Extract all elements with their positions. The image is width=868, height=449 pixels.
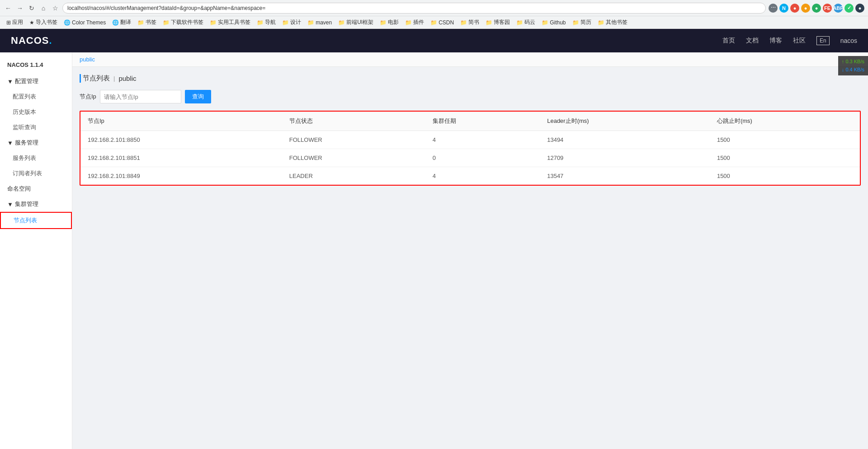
nav-home[interactable]: 首页 [722, 37, 735, 45]
sidebar-item-config-list[interactable]: 配置列表 [0, 89, 72, 104]
bookmark-movies[interactable]: 📁 电影 [377, 18, 401, 27]
sidebar-item-history[interactable]: 历史版本 [0, 104, 72, 120]
chevron-down-icon: ▼ [7, 78, 13, 85]
bookmark-bookmarks[interactable]: 📁 书签 [135, 18, 159, 27]
ext-icon-1[interactable]: ⋯ [769, 4, 778, 13]
search-input[interactable] [100, 90, 181, 103]
namespace-tag-public[interactable]: public [80, 56, 95, 63]
back-button[interactable]: ← [4, 4, 13, 13]
ext-icon-abp[interactable]: ABP [834, 4, 843, 13]
page-title-divider: | [113, 75, 115, 82]
sidebar-section-config[interactable]: ▼ 配置管理 [0, 74, 72, 89]
cell-term: 4 [425, 131, 540, 149]
table-wrapper: 节点Ip 节点状态 集群任期 Leader止时(ms) 心跳止时(ms) 192… [80, 111, 861, 186]
page-title-bar: 节点列表 | public [80, 74, 861, 83]
star-icon: ★ [29, 19, 34, 26]
url-bar[interactable] [62, 3, 766, 14]
reload-button[interactable]: ↻ [27, 4, 36, 13]
bookmark-button[interactable]: ☆ [51, 4, 60, 13]
bookmark-frontend[interactable]: 📁 前端UI框架 [335, 18, 376, 27]
nav-user[interactable]: nacos [840, 37, 857, 44]
main-area: NACOS 1.1.4 ▼ 配置管理 配置列表 历史版本 监听查询 ▼ 服务管理… [0, 52, 868, 449]
col-header-status: 节点状态 [282, 112, 425, 131]
table-row: 192.168.2.101:8850 FOLLOWER 4 13494 1500 [80, 131, 860, 149]
bookmark-apps[interactable]: ⊞ 应用 [4, 18, 26, 27]
forward-button[interactable]: → [15, 4, 24, 13]
cell-term: 0 [425, 149, 540, 167]
page-subtitle: public [118, 75, 136, 82]
cell-leader-timeout: 13494 [540, 131, 710, 149]
bookmark-download[interactable]: 📁 下载软件书签 [160, 18, 206, 27]
folder-icon-8: 📁 [380, 19, 387, 26]
home-button[interactable]: ⌂ [39, 4, 48, 13]
cell-status: LEADER [282, 167, 425, 185]
bookmark-resume[interactable]: 📁 简历 [570, 18, 594, 27]
ext-icon-orange[interactable]: ● [801, 4, 810, 13]
cell-heartbeat-timeout: 1500 [710, 149, 860, 167]
bookmark-design[interactable]: 📁 设计 [279, 18, 304, 27]
table-row: 192.168.2.101:8849 LEADER 4 13547 1500 [80, 167, 860, 185]
chevron-down-icon-2: ▼ [7, 140, 13, 146]
bookmark-maven[interactable]: 📁 maven [305, 19, 335, 27]
bookmark-import[interactable]: ★ 导入书签 [27, 18, 60, 27]
table-header-row: 节点Ip 节点状态 集群任期 Leader止时(ms) 心跳止时(ms) [80, 112, 860, 131]
sidebar-item-subscriber-list[interactable]: 订阅者列表 [0, 166, 72, 181]
ext-icon-red[interactable]: ● [790, 4, 799, 13]
nav-docs[interactable]: 文档 [746, 37, 759, 45]
ext-icon-shield[interactable]: ✓ [844, 4, 854, 13]
cell-ip: 192.168.2.101:8851 [80, 149, 282, 167]
sidebar-section-cluster[interactable]: ▼ 集群管理 [0, 196, 72, 212]
browser-extension-icons: ⋯ N ● ● ● FE ABP ✓ ● [769, 4, 864, 13]
cell-leader-timeout: 12709 [540, 149, 710, 167]
app-container: NACOS. 首页 文档 博客 社区 En nacos NACOS 1.1.4 … [0, 29, 868, 449]
bookmark-jianshu[interactable]: 📁 简书 [458, 18, 482, 27]
bookmark-github[interactable]: 📁 Github [539, 19, 568, 27]
nav-en[interactable]: En [816, 36, 830, 45]
nav-community[interactable]: 社区 [793, 37, 806, 45]
apps-icon: ⊞ [6, 19, 11, 26]
page-content: 节点列表 | public 节点Ip 查询 节点Ip [72, 67, 868, 193]
browser-bar: ← → ↻ ⌂ ☆ ⋯ N ● ● ● FE ABP ✓ ● [0, 0, 868, 16]
nav-blog[interactable]: 博客 [769, 37, 782, 45]
bookmark-tools[interactable]: 📁 实用工具书签 [207, 18, 253, 27]
folder-icon: 📁 [137, 19, 144, 26]
chevron-down-icon-3: ▼ [7, 201, 13, 208]
bookmarks-bar: ⊞ 应用 ★ 导入书签 🌐 Color Themes 🌐 翻译 📁 书签 📁 下… [0, 16, 868, 29]
ext-icon-green[interactable]: ● [812, 4, 821, 13]
bookmark-plugins[interactable]: 📁 插件 [402, 18, 427, 27]
sidebar-item-node-list[interactable]: 节点列表 [0, 212, 72, 229]
folder-icon-15: 📁 [572, 19, 579, 26]
folder-icon-11: 📁 [460, 19, 467, 26]
ext-icon-fe[interactable]: FE [823, 4, 832, 13]
ext-icon-n[interactable]: N [779, 4, 788, 13]
bookmark-nav[interactable]: 📁 导航 [254, 18, 278, 27]
ext-icon-dark[interactable]: ● [855, 4, 864, 13]
translate-icon: 🌐 [112, 19, 119, 26]
bookmark-translate[interactable]: 🌐 翻译 [109, 18, 134, 27]
folder-icon-16: 📁 [598, 19, 604, 26]
sidebar-item-service-list[interactable]: 服务列表 [0, 150, 72, 166]
bookmark-others[interactable]: 📁 其他书签 [595, 18, 630, 27]
page-title: 节点列表 [83, 74, 110, 83]
folder-icon-3: 📁 [210, 19, 217, 26]
download-speed: ↓ 0.4 KB/s [842, 66, 864, 74]
cell-status: FOLLOWER [282, 131, 425, 149]
cell-heartbeat-timeout: 1500 [710, 167, 860, 185]
sidebar: NACOS 1.1.4 ▼ 配置管理 配置列表 历史版本 监听查询 ▼ 服务管理… [0, 52, 72, 449]
bookmark-cnblogs[interactable]: 📁 博客园 [483, 18, 513, 27]
bookmark-color-themes[interactable]: 🌐 Color Themes [61, 19, 108, 27]
bookmark-csdn[interactable]: 📁 CSDN [428, 19, 457, 27]
cell-ip: 192.168.2.101:8850 [80, 131, 282, 149]
top-nav: NACOS. 首页 文档 博客 社区 En nacos [0, 29, 868, 52]
sidebar-item-listener[interactable]: 监听查询 [0, 120, 72, 135]
folder-icon-13: 📁 [516, 19, 523, 26]
sidebar-section-namespace[interactable]: 命名空间 [0, 181, 72, 196]
search-button[interactable]: 查询 [185, 90, 211, 103]
content-area: public ↑ 0.3 KB/s ↓ 0.4 KB/s 节点列表 | publ… [72, 52, 868, 449]
col-header-leader-timeout: Leader止时(ms) [540, 112, 710, 131]
folder-icon-14: 📁 [542, 19, 548, 26]
bookmark-gitee[interactable]: 📁 码云 [514, 18, 538, 27]
cell-heartbeat-timeout: 1500 [710, 131, 860, 149]
sidebar-section-service[interactable]: ▼ 服务管理 [0, 135, 72, 150]
namespace-bar: public [72, 52, 868, 67]
